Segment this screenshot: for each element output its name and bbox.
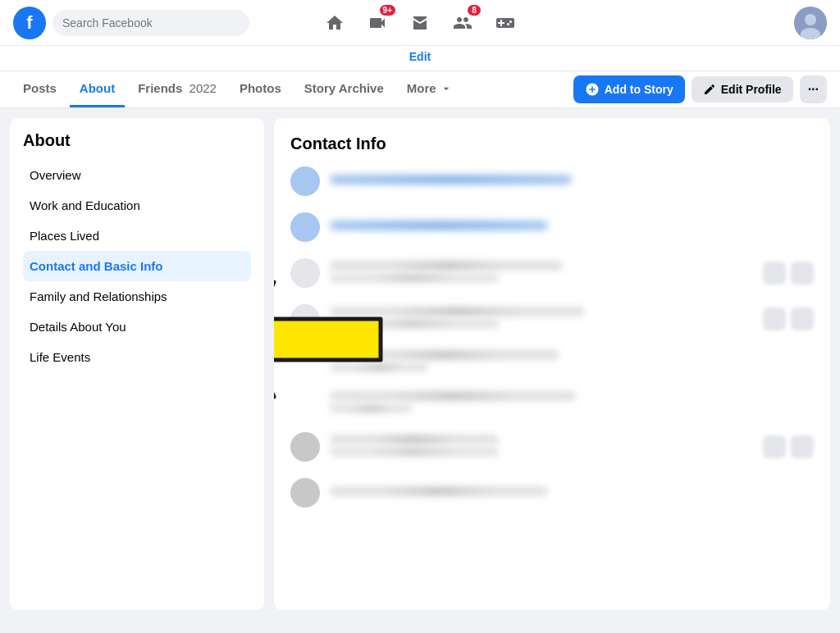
tab-story-archive[interactable]: Story Archive — [294, 71, 394, 107]
video-badge: 9+ — [380, 5, 395, 16]
blurred-line-8a — [330, 486, 548, 496]
blurred-line-7a — [330, 435, 499, 444]
plus-circle-icon — [585, 82, 600, 97]
contact-row-2 — [290, 212, 814, 242]
blurred-edit-btn-3 — [763, 262, 786, 285]
gaming-nav-button[interactable] — [487, 5, 523, 41]
blurred-line-1 — [330, 175, 572, 184]
blurred-action-3 — [763, 262, 814, 285]
blurred-text-1 — [330, 175, 814, 188]
blurred-text-3 — [330, 261, 753, 285]
edit-row: Edit — [0, 46, 840, 71]
avatar[interactable] — [794, 7, 827, 39]
add-to-story-label: Add to Story — [605, 83, 673, 96]
search-input[interactable] — [52, 10, 249, 36]
gaming-icon — [495, 13, 515, 33]
blurred-line-2 — [330, 221, 548, 230]
website-icon-blurred — [290, 304, 320, 334]
contact-info-panel: Contact Info — [274, 118, 830, 610]
blurred-line-6a — [330, 391, 576, 401]
blurred-line-4a — [330, 307, 584, 316]
email-icon-blurred — [290, 258, 320, 288]
contact-row-4 — [290, 304, 814, 334]
ellipsis-icon: ··· — [808, 82, 819, 96]
about-sidebar-title: About — [23, 131, 251, 150]
about-menu-life-events[interactable]: Life Events — [23, 342, 251, 372]
blurred-text-4 — [330, 307, 753, 331]
more-options-button[interactable]: ··· — [800, 75, 827, 103]
contact-row-8 — [290, 478, 814, 508]
blurred-edit-btn-7 — [763, 435, 786, 458]
phone-icon-blurred — [290, 166, 320, 196]
contact-row-5 — [290, 350, 814, 380]
blurred-action-4 — [763, 307, 814, 330]
tab-friends[interactable]: Friends 2022 — [128, 71, 226, 107]
friends-year: 2022 — [189, 81, 217, 95]
blurred-edit-btn-4 — [763, 307, 786, 330]
tab-posts[interactable]: Posts — [13, 71, 66, 107]
blurred-text-2 — [330, 221, 814, 234]
pencil-icon — [703, 83, 716, 96]
main-content: About Overview Work and Education Places… — [0, 108, 840, 620]
profile-avatar-img — [794, 7, 827, 39]
svg-marker-3 — [274, 282, 381, 397]
blurred-text-8 — [330, 486, 814, 499]
edit-profile-label: Edit Profile — [721, 83, 782, 96]
about-menu-contact-basic[interactable]: Contact and Basic Info — [23, 251, 251, 281]
svg-point-1 — [805, 14, 816, 25]
edit-link[interactable]: Edit — [409, 50, 431, 63]
blurred-delete-btn-7 — [791, 435, 814, 458]
contact-info-title: Contact Info — [290, 134, 814, 153]
friends-icon — [453, 13, 472, 33]
about-menu-places-lived[interactable]: Places Lived — [23, 221, 251, 251]
blurred-line-3a — [330, 261, 563, 271]
top-navigation: f 9+ 8 — [0, 0, 840, 46]
contact-row-7 — [290, 432, 814, 462]
about-menu-work-education[interactable]: Work and Education — [23, 190, 251, 221]
tab-photos[interactable]: Photos — [230, 71, 291, 107]
friends-badge: 8 — [468, 5, 481, 16]
nav-right — [794, 7, 827, 39]
about-menu-family[interactable]: Family and Relationships — [23, 281, 251, 312]
about-menu-details[interactable]: Details About You — [23, 312, 251, 342]
blurred-line-6b — [330, 404, 412, 412]
about-sidebar: About Overview Work and Education Places… — [10, 118, 264, 610]
contact-row-6 — [290, 391, 814, 421]
contact-row-3 — [290, 258, 814, 288]
marketplace-icon — [410, 13, 430, 33]
friends-nav-button[interactable]: 8 — [445, 5, 481, 41]
chevron-down-icon — [440, 82, 453, 95]
blurred-action-7 — [763, 435, 814, 458]
add-to-story-button[interactable]: Add to Story — [573, 75, 685, 103]
marketplace-nav-button[interactable] — [402, 5, 438, 41]
tab-about[interactable]: About — [70, 71, 125, 107]
watch-nav-button[interactable]: 9+ — [359, 5, 395, 41]
blurred-text-7 — [330, 435, 753, 459]
facebook-logo[interactable]: f — [13, 7, 46, 39]
profile-tabs-bar: Posts About Friends 2022 Photos Story Ar… — [0, 71, 840, 108]
tab-more[interactable]: More — [397, 71, 463, 107]
blurred-delete-btn-4 — [791, 307, 814, 330]
nav-left: f — [13, 7, 249, 39]
tab-actions: Add to Story Edit Profile ··· — [573, 75, 827, 103]
video-icon — [368, 13, 387, 33]
phone2-icon-blurred — [290, 212, 320, 242]
blurred-line-4b — [330, 320, 499, 328]
blurred-line-3b — [330, 274, 499, 282]
blurred-delete-btn-3 — [791, 262, 814, 285]
social2-icon-blurred — [290, 478, 320, 508]
blurred-line-5b — [330, 363, 428, 371]
edit-profile-button[interactable]: Edit Profile — [692, 76, 793, 102]
nav-center-icons: 9+ 8 — [317, 5, 523, 41]
blurred-line-7b — [330, 448, 499, 456]
about-menu-overview[interactable]: Overview — [23, 160, 251, 190]
social-icon-blurred — [290, 432, 320, 462]
home-icon — [325, 13, 345, 33]
contact-row-1 — [290, 166, 814, 196]
home-nav-button[interactable] — [317, 5, 353, 41]
blurred-line-5a — [330, 350, 559, 360]
